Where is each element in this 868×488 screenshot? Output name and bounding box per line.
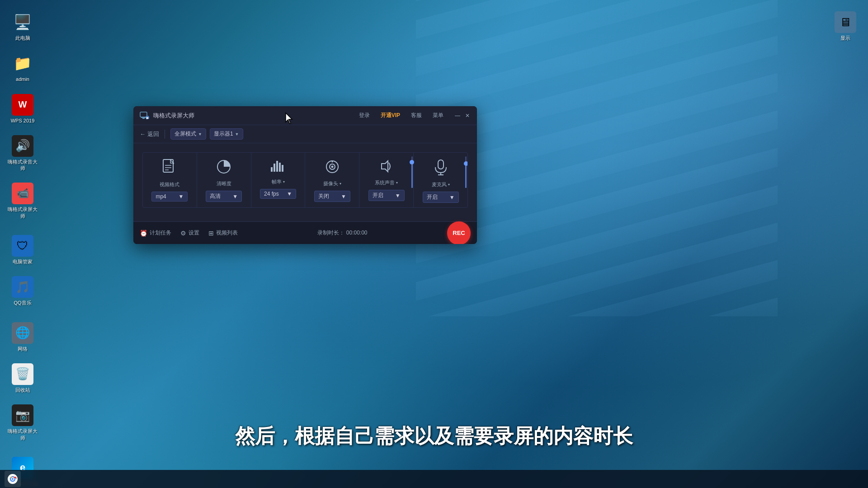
desktop-icon-admin[interactable]: 📁 admin xyxy=(5,50,41,84)
toolbar-separator xyxy=(165,130,165,139)
svg-point-21 xyxy=(331,166,333,168)
luping-screen-label: 嗨格式录屏大师 xyxy=(7,206,38,219)
mode-dropdown[interactable]: 全屏模式 ▼ xyxy=(170,128,206,140)
settings-icon: ⚙ xyxy=(180,230,186,237)
clarity-select[interactable]: 高清 ▼ xyxy=(206,191,242,202)
settings-button[interactable]: ⚙ 设置 xyxy=(180,229,199,237)
mic-select[interactable]: 开启 ▼ xyxy=(423,192,459,203)
wps-icon: W xyxy=(12,94,33,116)
camera-select[interactable]: 关闭 ▼ xyxy=(314,191,350,202)
network-label: 网络 xyxy=(18,346,28,352)
menu-button[interactable]: 菜单 xyxy=(431,111,445,120)
vip-button[interactable]: 开通VIP xyxy=(379,111,402,120)
window-title: 嗨格式录屏大师 xyxy=(153,112,194,120)
system-audio-icon xyxy=(379,159,394,177)
schedule-button[interactable]: ⏰ 计划任务 xyxy=(140,229,171,237)
fps-arrow: ▼ xyxy=(287,191,292,197)
display-icon: 🖥 xyxy=(835,11,856,33)
login-button[interactable]: 登录 xyxy=(357,111,372,120)
svg-marker-23 xyxy=(382,161,388,172)
window-controls: — ✕ xyxy=(454,113,471,119)
recycle-label: 回收站 xyxy=(15,387,30,393)
diannaoguan-label: 电脑管家 xyxy=(13,258,33,265)
system-audio-arrow: ▼ xyxy=(395,192,401,199)
network-icon: 🌐 xyxy=(12,322,33,344)
video-format-icon xyxy=(162,159,177,178)
app-logo-icon: ▶ xyxy=(140,111,150,121)
video-format-select[interactable]: mp4 ▼ xyxy=(151,192,188,202)
desktop-icon-luping-sound[interactable]: 🔊 嗨格式录音大师 xyxy=(5,133,41,174)
desktop-icons-left: 🖥️ 此电脑 📁 admin W WPS 2019 🔊 嗨格式录音大师 📹 嗨格… xyxy=(0,0,45,488)
system-audio-select[interactable]: 开启 ▼ xyxy=(368,190,405,201)
mode-label: 全屏模式 xyxy=(175,130,196,138)
fps-select[interactable]: 24 fps ▼ xyxy=(260,189,296,199)
desktop-background xyxy=(0,0,868,488)
mic-thumb xyxy=(464,161,468,166)
video-list-label: 视频列表 xyxy=(216,229,238,237)
svg-rect-17 xyxy=(279,163,281,172)
video-list-icon: ⊞ xyxy=(208,230,214,237)
system-audio-slider-container[interactable] xyxy=(410,156,413,191)
desktop-icon-diannaoguan[interactable]: 🛡 电脑管家 xyxy=(5,233,41,267)
titlebar-left: ▶ 嗨格式录屏大师 xyxy=(140,111,194,121)
back-arrow-icon: ← xyxy=(140,131,146,137)
svg-rect-6 xyxy=(142,118,145,119)
svg-rect-14 xyxy=(271,167,273,172)
desktop-icon-wps[interactable]: W WPS 2019 xyxy=(5,92,41,126)
luping-sound-icon: 🔊 xyxy=(12,135,33,157)
luping-sound-label: 嗨格式录音大师 xyxy=(7,159,38,172)
minimize-button[interactable]: — xyxy=(454,113,461,119)
video-format-label: 视频格式 xyxy=(160,181,179,188)
settings-row: 视频格式 mp4 ▼ 清晰度 高清 ▼ xyxy=(142,152,468,208)
camera-arrow: ▼ xyxy=(341,193,346,200)
rec-button[interactable]: REC xyxy=(447,221,471,244)
svg-rect-16 xyxy=(276,161,278,172)
clarity-arrow: ▼ xyxy=(232,193,238,200)
setting-system-audio: 系统声音 ▾ 开启 ▼ xyxy=(359,153,414,207)
wps-label: WPS 2019 xyxy=(11,117,35,124)
admin-label: admin xyxy=(16,76,29,82)
diannaoguan-icon: 🛡 xyxy=(12,235,33,257)
app-window: ▶ 嗨格式录屏大师 登录 开通VIP 客服 菜单 — ✕ ← 返回 全屏模式 ▼ xyxy=(133,106,477,244)
taskbar xyxy=(0,470,868,488)
video-list-button[interactable]: ⊞ 视频列表 xyxy=(208,229,238,237)
desktop-icon-this-pc[interactable]: 🖥️ 此电脑 xyxy=(5,9,41,43)
svg-rect-15 xyxy=(274,164,275,172)
desktop-icon-network[interactable]: 🌐 网络 xyxy=(5,320,41,354)
svg-rect-4 xyxy=(140,112,147,117)
desktop-icons-right: 🖥 显示 xyxy=(823,0,868,52)
service-button[interactable]: 客服 xyxy=(409,111,424,120)
mic-arrow: ▼ xyxy=(449,194,455,201)
system-audio-label: 系统声音 ▾ xyxy=(375,179,398,186)
desktop-icon-recycle[interactable]: 🗑️ 回收站 xyxy=(5,361,41,395)
taskbar-items xyxy=(2,471,23,487)
svg-rect-24 xyxy=(438,160,443,169)
rec-label: REC xyxy=(453,230,465,236)
duration-label: 录制时长： xyxy=(317,230,344,236)
desktop-icon-luping-screen[interactable]: 📹 嗨格式录屏大师 xyxy=(5,180,41,221)
clarity-label: 清晰度 xyxy=(217,180,231,187)
back-button[interactable]: ← 返回 xyxy=(140,130,159,138)
display-label: 显示器1 xyxy=(214,130,233,138)
desktop-icon-qqmusic[interactable]: 🎵 QQ音乐 xyxy=(5,274,41,308)
display-dropdown[interactable]: 显示器1 ▼ xyxy=(210,128,243,140)
titlebar-right: 登录 开通VIP 客服 菜单 — ✕ xyxy=(357,111,471,120)
svg-rect-18 xyxy=(282,165,283,172)
duration-display: 录制时长： 00:00:00 xyxy=(317,229,367,237)
setting-camera: 摄像头 ▾ 关闭 ▼ xyxy=(305,153,359,207)
fps-icon xyxy=(270,159,286,176)
mic-slider-container[interactable] xyxy=(465,156,467,191)
taskbar-chrome[interactable] xyxy=(5,471,21,487)
qqmusic-icon: 🎵 xyxy=(12,276,33,298)
setting-fps: 帧率 ▾ 24 fps ▼ xyxy=(251,153,306,207)
window-content: 视频格式 mp4 ▼ 清晰度 高清 ▼ xyxy=(133,143,477,221)
close-button[interactable]: ✕ xyxy=(464,113,471,119)
svg-rect-5 xyxy=(141,117,146,118)
window-toolbar: ← 返回 全屏模式 ▼ 显示器1 ▼ xyxy=(133,125,477,143)
this-pc-label: 此电脑 xyxy=(15,35,30,41)
desktop-icon-display[interactable]: 🖥 显示 xyxy=(827,9,863,43)
display-label: 显示 xyxy=(840,35,850,41)
mic-icon xyxy=(434,159,448,178)
qqmusic-label: QQ音乐 xyxy=(14,300,31,306)
recycle-icon: 🗑️ xyxy=(12,363,33,385)
